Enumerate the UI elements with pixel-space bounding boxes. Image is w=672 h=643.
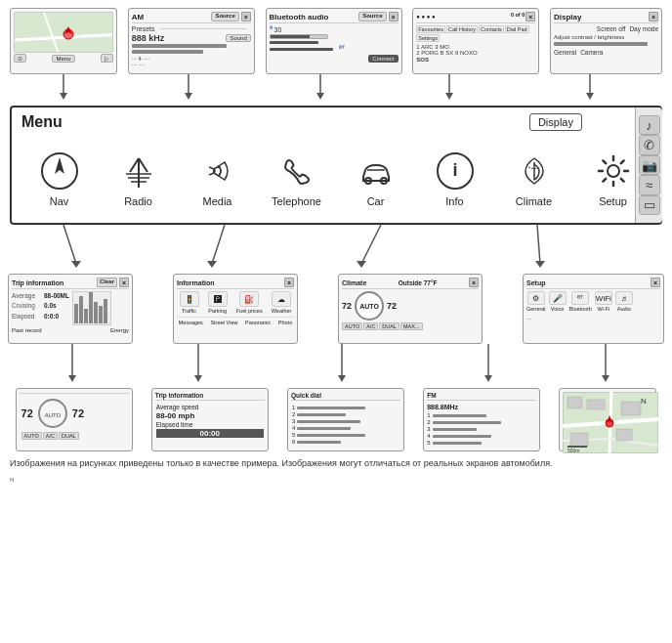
car-label: Car <box>367 195 385 207</box>
trip-energy[interactable]: Energy <box>110 327 129 333</box>
fm-row-1: 1 <box>427 412 536 418</box>
small-trip-title: Trip information <box>155 392 203 399</box>
display-general[interactable]: General <box>554 49 576 56</box>
fuel-label: Fuel prices <box>236 308 263 314</box>
nav-compass-btn[interactable]: ⊙ <box>14 54 26 63</box>
trip-past-record[interactable]: Past record <box>12 327 42 333</box>
info-photo[interactable]: Photo <box>278 320 292 325</box>
qdial-bar-3 <box>297 420 360 423</box>
quickdial-row-4: 4 <box>292 425 399 431</box>
nav-map-svg <box>15 13 112 52</box>
radio-close-btn[interactable]: × <box>241 12 251 21</box>
phone-title-bar: ● ● ● ● 0 of 0 × <box>416 12 535 23</box>
info-close-btn[interactable]: × <box>284 278 294 287</box>
trip-avg-label: Average <box>12 291 41 301</box>
climate-max-btn[interactable]: MAX... <box>400 322 423 330</box>
bt-source-btn[interactable]: Source <box>358 12 386 21</box>
menu-item-climate[interactable]: Climate <box>502 150 566 207</box>
sidebar-screen-icon[interactable]: ▭ <box>639 195 660 215</box>
qdial-bar-1 <box>297 407 365 409</box>
menu-item-media[interactable]: Media <box>186 150 249 207</box>
display-mini-panel: Display × Screen off Day mode Adjust con… <box>550 8 662 74</box>
menu-item-nav[interactable]: Nav <box>27 150 91 207</box>
bt-close-btn[interactable]: × <box>389 12 399 21</box>
display-title-bar: Display × <box>554 12 658 23</box>
small-ac-btn[interactable]: A/C <box>43 432 58 440</box>
small-climate-title-bar <box>20 392 129 394</box>
sidebar-signal-icon[interactable]: ≈ <box>639 175 660 194</box>
setup-icon-svg <box>593 150 634 192</box>
setup-wifi-item[interactable]: WiFi Wi-Fi <box>595 291 612 312</box>
small-auto-btn[interactable]: AUTO <box>21 432 42 440</box>
fm-bar-5 <box>433 442 482 445</box>
trip-rows: Average 88-00ML Cruising 0.0s Elapsed 0:… <box>12 291 69 322</box>
radio-source-btn[interactable]: Source <box>211 12 238 21</box>
sidebar-music-icon[interactable]: ♪ <box>639 115 660 135</box>
svg-line-32 <box>63 225 76 264</box>
screen-off-option[interactable]: Screen off <box>597 25 626 32</box>
climate-close-btn[interactable]: × <box>469 278 479 287</box>
setup-audio-item[interactable]: ♬ Audio <box>615 291 633 312</box>
tab-favourites[interactable]: Favourites <box>416 25 445 33</box>
display-close-btn[interactable]: × <box>649 12 658 21</box>
small-dual-btn[interactable]: DUAL <box>59 432 79 440</box>
setup-more[interactable]: ... <box>526 315 660 321</box>
climate-dual-btn[interactable]: DUAL <box>379 322 399 330</box>
nav-menu-btn[interactable]: Menu <box>52 55 74 63</box>
trip-close-btn[interactable]: × <box>119 278 129 287</box>
radio-sound-btn[interactable]: Sound <box>226 34 250 42</box>
climate-small-panel: 72 AUTO 72 AUTO A/C DUAL <box>16 388 133 451</box>
svg-marker-12 <box>445 93 453 100</box>
climate-dial[interactable]: AUTO <box>355 291 384 321</box>
setup-mid-panel: Setup × ⚙ General 🎤 Voice ᴮᵀ Bluetooth W… <box>523 274 664 344</box>
info-icon: i <box>435 150 476 192</box>
trip-clear-btn[interactable]: Clear <box>97 278 117 287</box>
tab-contacts[interactable]: Contacts <box>479 25 504 33</box>
phone-entry-2: 2 PORG B SX 9 NOXO <box>416 50 535 56</box>
media-label: Media <box>203 195 232 207</box>
info-panoramic[interactable]: Panoramic <box>245 320 271 325</box>
radio-presets-row: Presets <box>132 25 251 32</box>
quickdial-title: Quick dial <box>291 392 321 399</box>
setup-audio-label: Audio <box>617 306 631 312</box>
phone-close-btn[interactable]: × <box>525 12 535 21</box>
radio-icon-svg <box>118 150 159 192</box>
fm-title: FM <box>427 392 436 399</box>
info-parking-item[interactable]: 🅿 Parking <box>208 291 228 314</box>
car-icon <box>356 150 397 192</box>
climate-ac-btn[interactable]: A/C <box>363 322 378 330</box>
info-weather-item[interactable]: ☁ Weather <box>272 291 292 314</box>
setup-bt-item[interactable]: ᴮᵀ Bluetooth <box>569 291 592 312</box>
info-messages[interactable]: Messages <box>179 320 203 325</box>
bt-connect-btn[interactable]: Connect <box>368 55 398 63</box>
tab-settings[interactable]: Settings <box>416 34 440 42</box>
sidebar-camera-icon[interactable]: 📷 <box>639 155 660 175</box>
day-mode-option[interactable]: Day mode <box>629 25 658 32</box>
tab-callhistory[interactable]: Call History <box>446 25 478 33</box>
weather-label: Weather <box>272 308 292 314</box>
car-icon-svg <box>356 150 397 192</box>
menu-item-telephone[interactable]: Telephone <box>265 150 328 207</box>
nav-icon-svg <box>39 150 80 192</box>
bar-1 <box>74 304 78 323</box>
display-camera[interactable]: Camera <box>580 49 603 56</box>
bt-progress-fill <box>271 35 311 38</box>
menu-item-radio[interactable]: Radio <box>106 150 170 207</box>
small-trip-elapsed-row: Elapsed time 00:00 <box>156 421 264 438</box>
tab-dialpad[interactable]: Dial Pad <box>505 25 529 33</box>
menu-item-car[interactable]: Car <box>344 150 407 207</box>
sidebar-phone-icon[interactable]: ✆ <box>639 135 660 154</box>
setup-general-item[interactable]: ⚙ General <box>526 291 546 312</box>
radio-bars <box>132 44 251 54</box>
nav-forward-btn[interactable]: ▷ <box>101 54 113 63</box>
info-traffic-item[interactable]: 🚦 Traffic <box>180 291 199 314</box>
info-streetview[interactable]: Street View <box>210 320 237 325</box>
setup-close-btn[interactable]: × <box>651 278 660 287</box>
bt-title-bar: Bluetooth audio Source × <box>270 12 399 23</box>
climate-auto-btn[interactable]: AUTO <box>342 322 362 330</box>
bt-track-num: 30 <box>274 26 282 33</box>
menu-item-info[interactable]: i Info <box>423 150 486 207</box>
setup-voice-item[interactable]: 🎤 Voice <box>549 291 567 312</box>
bt-bars-row <box>270 41 399 44</box>
info-fuel-item[interactable]: ⛽ Fuel prices <box>236 291 263 314</box>
